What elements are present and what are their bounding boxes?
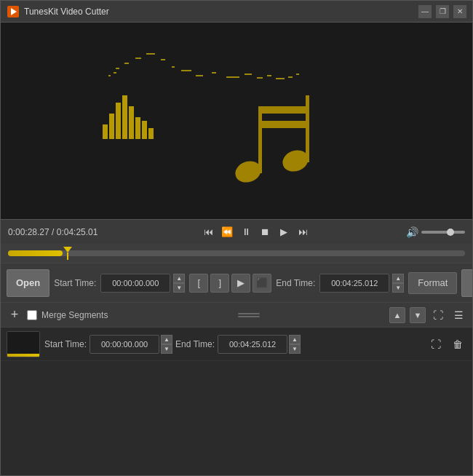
timeline-section[interactable] <box>1 244 472 263</box>
start-time-spinner: ▲ ▼ <box>173 274 185 293</box>
timeline-track[interactable] <box>8 250 465 256</box>
add-segment-button[interactable]: + <box>7 307 23 323</box>
svg-rect-17 <box>108 75 111 76</box>
format-button[interactable]: Format <box>408 272 457 294</box>
segment-row: Start Time: ▲ ▼ End Time: ▲ ▼ ⛶ 🗑 <box>1 328 472 361</box>
thumb-arrow <box>63 247 72 253</box>
seg-row-edit-button[interactable]: ⛶ <box>427 336 445 353</box>
seg-row-end-input[interactable] <box>218 335 287 354</box>
app-title: TunesKit Video Cutter <box>24 7 418 17</box>
minimize-button[interactable]: — <box>418 5 432 18</box>
start-time-input[interactable] <box>100 274 170 293</box>
segment-controls: Open Start Time: ▲ ▼ [ ] ▶ ⬛ End Time: ▲… <box>1 263 472 302</box>
svg-rect-5 <box>116 103 121 139</box>
seg-row-start-label: Start Time: <box>44 339 87 349</box>
step-back-button[interactable]: ⏪ <box>218 223 236 241</box>
close-button[interactable]: ✕ <box>453 5 466 18</box>
segment-row-time-area: Start Time: ▲ ▼ End Time: ▲ ▼ <box>44 335 423 354</box>
end-time-down[interactable]: ▼ <box>392 283 404 293</box>
end-time-up[interactable]: ▲ <box>392 274 404 283</box>
segment-thumbnail <box>7 331 40 357</box>
skip-to-start-button[interactable]: ⏮ <box>199 223 217 241</box>
seg-row-start-down[interactable]: ▼ <box>161 344 172 354</box>
seg-row-end-spinner: ▲ ▼ <box>289 335 301 354</box>
drag-line-1 <box>238 313 260 314</box>
volume-slider[interactable] <box>421 231 465 234</box>
svg-rect-31 <box>258 106 262 173</box>
seg-row-end-down[interactable]: ▼ <box>289 344 301 354</box>
svg-rect-27 <box>288 76 293 78</box>
svg-rect-33 <box>258 106 309 114</box>
list-view-button[interactable]: ☰ <box>450 307 466 323</box>
cut-button[interactable]: ⬛ <box>253 274 271 293</box>
skip-forward-button[interactable]: ⏭ <box>294 223 311 241</box>
play-button[interactable]: ▶ <box>275 223 293 241</box>
restore-button[interactable]: ❐ <box>436 5 449 18</box>
svg-rect-3 <box>103 124 108 139</box>
timeline-thumb[interactable] <box>63 247 73 260</box>
drag-handle <box>112 313 385 317</box>
mark-in-button[interactable]: [ <box>189 274 208 293</box>
drag-handle-lines <box>238 313 260 317</box>
svg-rect-7 <box>129 106 134 139</box>
svg-rect-24 <box>257 77 263 79</box>
segments-bar: + Merge Segments ▲ ▼ ⛶ ☰ <box>1 302 472 327</box>
window-controls: — ❐ ✕ <box>418 5 466 18</box>
open-button[interactable]: Open <box>7 269 49 297</box>
thumb-line <box>67 253 68 260</box>
seg-row-delete-button[interactable]: 🗑 <box>449 336 466 353</box>
music-visualization <box>1 23 472 219</box>
svg-rect-2 <box>1 23 472 219</box>
start-time-down[interactable]: ▼ <box>173 283 185 293</box>
segment-thumbnail-bar <box>7 354 39 357</box>
seg-row-start-up[interactable]: ▲ <box>161 335 172 344</box>
svg-rect-13 <box>135 57 141 59</box>
svg-rect-18 <box>116 68 119 69</box>
time-display: 0:00:28.27 / 0:04:25.01 <box>8 227 98 237</box>
segment-rows: Start Time: ▲ ▼ End Time: ▲ ▼ ⛶ 🗑 <box>1 327 472 361</box>
end-time-spinner: ▲ ▼ <box>392 274 404 293</box>
scroll-up-button[interactable]: ▲ <box>389 307 405 323</box>
end-time-input[interactable] <box>319 274 389 293</box>
svg-rect-19 <box>181 70 191 71</box>
end-time-label: End Time: <box>276 278 315 288</box>
stop-button[interactable]: ⏹ <box>256 223 274 241</box>
start-button[interactable]: Start <box>461 269 473 297</box>
drag-line-2 <box>238 316 260 317</box>
svg-rect-34 <box>258 121 309 128</box>
seg-row-start-input[interactable] <box>90 335 159 354</box>
merge-checkbox[interactable] <box>27 310 37 320</box>
svg-rect-26 <box>276 78 285 79</box>
merge-label: Merge Segments <box>41 310 108 320</box>
svg-rect-15 <box>161 59 165 60</box>
svg-rect-10 <box>148 128 154 139</box>
svg-rect-21 <box>212 72 216 74</box>
svg-rect-16 <box>172 66 175 68</box>
app-icon <box>7 5 20 18</box>
svg-rect-20 <box>196 75 203 76</box>
start-time-label: Start Time: <box>54 278 96 288</box>
svg-rect-28 <box>296 74 299 75</box>
preview-button[interactable]: ▶ <box>231 274 250 293</box>
playback-controls: ⏮ ⏪ ⏸ ⏹ ▶ ⏭ <box>105 223 406 241</box>
fullscreen-button[interactable]: ⛶ <box>430 307 446 323</box>
title-bar: TunesKit Video Cutter — ❐ ✕ <box>1 1 472 23</box>
svg-rect-11 <box>114 72 116 74</box>
svg-rect-8 <box>135 117 140 139</box>
svg-rect-4 <box>109 114 114 139</box>
volume-icon: 🔊 <box>406 226 418 238</box>
svg-rect-23 <box>245 74 252 75</box>
pause-button[interactable]: ⏸ <box>237 223 255 241</box>
mark-out-button[interactable]: ] <box>210 274 229 293</box>
svg-rect-12 <box>124 63 129 64</box>
volume-area: 🔊 <box>406 226 465 238</box>
seg-row-end-label: End Time: <box>175 339 215 349</box>
scroll-down-button[interactable]: ▼ <box>410 307 426 323</box>
svg-rect-9 <box>142 121 147 139</box>
seg-row-end-up[interactable]: ▲ <box>289 335 301 344</box>
edit-buttons: [ ] ▶ ⬛ <box>189 274 271 293</box>
svg-rect-14 <box>146 53 155 55</box>
timeline-fill <box>8 250 63 256</box>
start-time-up[interactable]: ▲ <box>173 274 185 283</box>
playback-bar: 0:00:28.27 / 0:04:25.01 ⏮ ⏪ ⏸ ⏹ ▶ ⏭ 🔊 <box>1 219 472 244</box>
